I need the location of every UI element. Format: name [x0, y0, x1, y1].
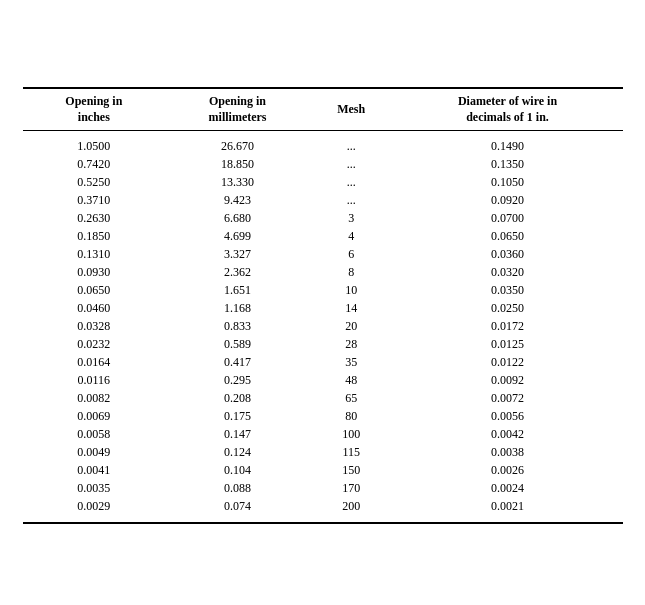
col-header-2: Mesh: [310, 88, 393, 131]
table-cell: 9.423: [165, 192, 310, 210]
table-cell: 0.0042: [393, 426, 623, 444]
table-cell: 1.651: [165, 282, 310, 300]
table-cell: 65: [310, 390, 393, 408]
table-cell: 0.1490: [393, 131, 623, 156]
table-cell: ...: [310, 174, 393, 192]
table-cell: 26.670: [165, 131, 310, 156]
table-cell: 200: [310, 498, 393, 524]
table-cell: 8: [310, 264, 393, 282]
table-cell: 0.1310: [23, 246, 166, 264]
table-cell: 0.0069: [23, 408, 166, 426]
page-wrapper: Opening ininches Opening inmillimeters M…: [13, 61, 633, 544]
table-cell: 0.124: [165, 444, 310, 462]
table-cell: 0.104: [165, 462, 310, 480]
table-cell: 35: [310, 354, 393, 372]
table-cell: 0.0038: [393, 444, 623, 462]
table-cell: ...: [310, 156, 393, 174]
table-cell: 0.0320: [393, 264, 623, 282]
table-cell: ...: [310, 192, 393, 210]
table-cell: 1.0500: [23, 131, 166, 156]
table-cell: 0.0122: [393, 354, 623, 372]
table-cell: ...: [310, 131, 393, 156]
table-cell: 4.699: [165, 228, 310, 246]
table-cell: 18.850: [165, 156, 310, 174]
table-cell: 0.417: [165, 354, 310, 372]
table-cell: 0.0360: [393, 246, 623, 264]
table-cell: 6: [310, 246, 393, 264]
table-cell: 3: [310, 210, 393, 228]
table-cell: 0.0024: [393, 480, 623, 498]
table-cell: 0.0041: [23, 462, 166, 480]
table-cell: 0.0082: [23, 390, 166, 408]
table-cell: 170: [310, 480, 393, 498]
table-cell: 150: [310, 462, 393, 480]
table-cell: 0.0049: [23, 444, 166, 462]
table-cell: 0.0021: [393, 498, 623, 524]
table-cell: 0.0072: [393, 390, 623, 408]
data-table: Opening ininches Opening inmillimeters M…: [23, 87, 623, 524]
table-cell: 0.0164: [23, 354, 166, 372]
table-cell: 0.0920: [393, 192, 623, 210]
table-cell: 3.327: [165, 246, 310, 264]
table-cell: 0.074: [165, 498, 310, 524]
table-cell: 0.0350: [393, 282, 623, 300]
table-cell: 0.0058: [23, 426, 166, 444]
table-cell: 13.330: [165, 174, 310, 192]
table-cell: 0.0232: [23, 336, 166, 354]
table-cell: 6.680: [165, 210, 310, 228]
table-cell: 0.1850: [23, 228, 166, 246]
table-cell: 0.7420: [23, 156, 166, 174]
table-cell: 0.0328: [23, 318, 166, 336]
table-cell: 0.833: [165, 318, 310, 336]
table-cell: 20: [310, 318, 393, 336]
table-cell: 0.0035: [23, 480, 166, 498]
table-cell: 0.2630: [23, 210, 166, 228]
table-cell: 0.0250: [393, 300, 623, 318]
table-cell: 0.0029: [23, 498, 166, 524]
table-cell: 0.0125: [393, 336, 623, 354]
table-cell: 14: [310, 300, 393, 318]
table-cell: 4: [310, 228, 393, 246]
table-cell: 48: [310, 372, 393, 390]
table-cell: 0.295: [165, 372, 310, 390]
table-cell: 0.0026: [393, 462, 623, 480]
table-cell: 0.208: [165, 390, 310, 408]
table-cell: 0.0460: [23, 300, 166, 318]
table-cell: 0.0116: [23, 372, 166, 390]
table-cell: 0.0172: [393, 318, 623, 336]
table-cell: 0.589: [165, 336, 310, 354]
table-cell: 0.0056: [393, 408, 623, 426]
table-cell: 0.0092: [393, 372, 623, 390]
table-cell: 28: [310, 336, 393, 354]
table-cell: 100: [310, 426, 393, 444]
table-cell: 0.147: [165, 426, 310, 444]
col-header-1: Opening inmillimeters: [165, 88, 310, 131]
table-cell: 0.175: [165, 408, 310, 426]
col-header-3: Diameter of wire indecimals of 1 in.: [393, 88, 623, 131]
table-cell: 0.0650: [23, 282, 166, 300]
table-cell: 0.1350: [393, 156, 623, 174]
table-cell: 0.1050: [393, 174, 623, 192]
table-cell: 0.0700: [393, 210, 623, 228]
table-cell: 0.0930: [23, 264, 166, 282]
table-cell: 115: [310, 444, 393, 462]
table-cell: 10: [310, 282, 393, 300]
table-cell: 0.5250: [23, 174, 166, 192]
table-cell: 0.088: [165, 480, 310, 498]
table-cell: 0.3710: [23, 192, 166, 210]
table-cell: 80: [310, 408, 393, 426]
col-header-0: Opening ininches: [23, 88, 166, 131]
table-cell: 2.362: [165, 264, 310, 282]
table-cell: 0.0650: [393, 228, 623, 246]
table-cell: 1.168: [165, 300, 310, 318]
